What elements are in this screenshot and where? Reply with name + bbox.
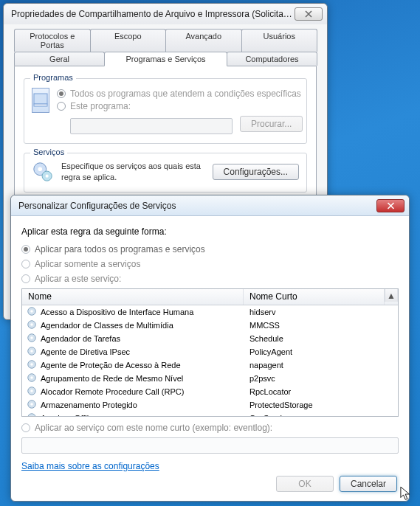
gear-icon	[32, 161, 54, 183]
radio-icon	[21, 245, 30, 254]
svg-point-21	[30, 403, 33, 406]
service-name: Agrupamento de Rede de Mesmo Nível	[41, 374, 183, 383]
tab-panel: Programas Todos os programas que atendem…	[14, 66, 317, 209]
list-header: Nome Nome Curto ▲	[22, 289, 398, 305]
radio-apply-short-name[interactable]: Aplicar ao serviço com este nome curto (…	[21, 423, 399, 433]
list-body[interactable]: Acesso a Dispositivo de Interface Humana…	[22, 305, 398, 416]
svg-point-15	[30, 363, 33, 366]
group-title-services: Serviços	[30, 148, 67, 156]
radio-apply-services-only[interactable]: Aplicar somente a serviços	[21, 259, 399, 269]
service-short-name: PolicyAgent	[249, 347, 292, 356]
list-item[interactable]: Agrupamento de Rede de Mesmo Nívelp2psvc	[22, 372, 398, 385]
service-short-name: MMCSS	[249, 321, 280, 330]
close-button[interactable]	[376, 199, 404, 212]
tabs-row-1: Protocolos e Portas Escopo Avançado Usuá…	[4, 24, 327, 52]
dialog-button-row: OK Cancelar	[21, 471, 399, 492]
svg-point-7	[30, 310, 33, 313]
svg-point-13	[30, 350, 33, 353]
program-icon	[32, 88, 49, 113]
service-name: Armazenamento Protegido	[41, 401, 137, 409]
radio-apply-all[interactable]: Aplicar para todos os programas e serviç…	[21, 244, 399, 254]
gear-icon	[27, 306, 37, 318]
tab-computers[interactable]: Computadores	[227, 52, 317, 66]
programs-group: Programas Todos os programas que atendem…	[24, 78, 307, 144]
service-short-name: p2psvc	[249, 374, 275, 383]
service-name: Agendador de Classes de Multimídia	[41, 321, 173, 330]
gear-icon	[27, 412, 37, 416]
list-item[interactable]: Agente de Proteção de Acesso à Redenapag…	[22, 358, 398, 372]
radio-icon	[21, 423, 30, 432]
radio-this-program: Este programa:	[57, 101, 303, 111]
services-description: Especifique os serviços aos quais esta r…	[61, 161, 205, 183]
tab-scope[interactable]: Escopo	[90, 29, 167, 52]
svg-rect-1	[34, 104, 47, 106]
radio-all-programs: Todos os programas que atendem a condiçõ…	[57, 89, 303, 99]
service-name: Alocador Remote Procedure Call (RPC)	[41, 387, 184, 396]
gear-icon	[27, 319, 37, 331]
svg-point-11	[30, 336, 33, 339]
close-icon	[387, 202, 395, 209]
list-item[interactable]: Arquivos OfflineCscService	[22, 412, 398, 416]
close-icon	[305, 10, 312, 18]
apply-label: Aplicar esta regra da seguinte forma:	[21, 226, 399, 237]
service-short-name: Schedule	[249, 334, 283, 343]
service-name: Acesso a Dispositivo de Interface Humana	[41, 308, 193, 316]
browse-button: Procurar...	[240, 116, 303, 132]
list-item[interactable]: Agendador de Classes de MultimídiaMMCSS	[22, 319, 398, 332]
svg-point-19	[30, 389, 33, 392]
tab-general[interactable]: Geral	[14, 52, 105, 66]
list-item[interactable]: Alocador Remote Procedure Call (RPC)RpcL…	[22, 385, 398, 398]
gear-icon	[27, 399, 37, 411]
services-list: Nome Nome Curto ▲ Acesso a Dispositivo d…	[21, 288, 399, 417]
gear-icon	[27, 359, 37, 371]
svg-point-9	[30, 323, 33, 326]
radio-icon	[57, 89, 66, 98]
dialog-body: Aplicar esta regra da seguinte forma: Ap…	[11, 216, 409, 499]
svg-rect-0	[34, 94, 47, 104]
ok-button: OK	[276, 476, 334, 492]
services-group: Serviços Especifique os serviços aos qua…	[24, 153, 307, 193]
scroll-up-button[interactable]: ▲	[385, 289, 398, 302]
tab-users[interactable]: Usuários	[241, 29, 318, 52]
svg-point-5	[46, 175, 49, 178]
gear-icon	[27, 386, 37, 398]
list-item[interactable]: Agente de Diretiva IPsecPolicyAgent	[22, 345, 398, 358]
tab-protocols[interactable]: Protocolos e Portas	[14, 29, 91, 52]
customize-services-dialog: Personalizar Configurações de Serviços A…	[10, 195, 410, 502]
radio-apply-this-service[interactable]: Aplicar a este serviço:	[21, 274, 399, 284]
tab-programs-services[interactable]: Programas e Serviços	[104, 52, 227, 66]
close-button[interactable]	[295, 7, 323, 21]
list-item[interactable]: Armazenamento ProtegidoProtectedStorage	[22, 398, 398, 412]
gear-icon	[27, 372, 37, 384]
settings-button[interactable]: Configurações...	[213, 164, 299, 180]
tabs-row-2: Geral Programas e Serviços Computadores	[4, 52, 327, 66]
service-short-name: CscService	[249, 414, 291, 416]
list-item[interactable]: Acesso a Dispositivo de Interface Humana…	[22, 305, 398, 319]
service-name: Agendador de Tarefas	[41, 334, 120, 343]
service-name: Arquivos Offline	[41, 414, 97, 416]
cancel-button[interactable]: Cancelar	[340, 476, 397, 492]
learn-more-link[interactable]: Saiba mais sobre as configurações	[21, 461, 159, 471]
svg-point-22	[28, 414, 36, 416]
list-item[interactable]: Agendador de TarefasSchedule	[22, 332, 398, 345]
radio-icon	[21, 274, 30, 283]
service-short-name: hidserv	[249, 308, 275, 316]
titlebar: Propriedades de Compartilhamento de Arqu…	[4, 4, 327, 24]
titlebar: Personalizar Configurações de Serviços	[11, 195, 409, 216]
tab-advanced[interactable]: Avançado	[165, 29, 242, 52]
group-title-programs: Programas	[30, 73, 76, 82]
column-short-name[interactable]: Nome Curto	[244, 289, 385, 305]
service-name: Agente de Proteção de Acesso à Rede	[41, 361, 181, 370]
column-name[interactable]: Nome	[22, 289, 244, 305]
window-title: Propriedades de Compartilhamento de Arqu…	[11, 9, 295, 19]
gear-icon	[27, 346, 37, 358]
radio-icon	[57, 102, 66, 111]
gear-icon	[27, 333, 37, 344]
service-short-name: ProtectedStorage	[249, 401, 313, 409]
dialog-title: Personalizar Configurações de Serviços	[18, 201, 376, 211]
service-name: Agente de Diretiva IPsec	[41, 347, 130, 356]
service-short-name: RpcLocator	[249, 387, 291, 396]
radio-icon	[21, 260, 30, 268]
service-short-name: napagent	[249, 361, 283, 370]
program-path-input	[70, 118, 233, 134]
